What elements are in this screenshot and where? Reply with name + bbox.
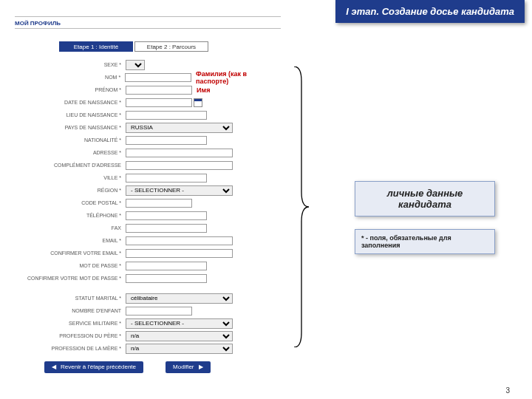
input-ville[interactable] bbox=[126, 174, 207, 183]
input-enfant[interactable] bbox=[126, 307, 192, 316]
back-button[interactable]: ◀ Revenir à l'étape précédente bbox=[44, 361, 143, 373]
label-ville: VILLE * bbox=[15, 175, 126, 180]
label-nom: NOM * bbox=[15, 75, 125, 80]
annotation-prenom: Имя bbox=[197, 86, 210, 94]
label-pere: PROFESSION DU PÈRE * bbox=[15, 333, 126, 338]
input-comp[interactable] bbox=[126, 161, 233, 170]
label-pays: PAYS DE NAISSANCE * bbox=[15, 125, 126, 130]
select-mil[interactable]: - SELECTIONNER - bbox=[126, 318, 233, 329]
input-email2[interactable] bbox=[126, 249, 233, 258]
profile-header: МОЙ ПРОФИЛЬ bbox=[15, 16, 281, 29]
annotation-nom: Фамилия (как в паспорте) bbox=[196, 70, 281, 85]
select-pays[interactable]: RUSSIA bbox=[126, 123, 233, 133]
select-pere[interactable]: n/a bbox=[126, 331, 233, 341]
stage-banner: I этап. Создание досье кандидата bbox=[335, 0, 525, 23]
callout-required-note: * - поля, обязательные для заполнения bbox=[355, 229, 495, 254]
label-region: RÉGION * bbox=[15, 188, 126, 193]
modify-button-label: Modifier bbox=[173, 361, 194, 373]
tab-step2[interactable]: Etape 2 : Parcours bbox=[134, 41, 208, 52]
label-dob: DATE DE NAISSANCE * bbox=[15, 100, 126, 105]
step-tabs: Etape 1 : Identité Etape 2 : Parcours bbox=[59, 41, 281, 52]
label-adresse: ADRESSE * bbox=[15, 150, 126, 155]
chevron-right-icon: ▶ bbox=[199, 361, 203, 373]
label-email: EMAIL * bbox=[15, 238, 126, 243]
page-number: 3 bbox=[505, 386, 510, 395]
label-pwd: MOT DE PASSE * bbox=[15, 263, 126, 268]
input-nom[interactable] bbox=[125, 73, 191, 82]
back-button-label: Revenir à l'étape précédente bbox=[61, 361, 136, 373]
input-adresse[interactable] bbox=[126, 149, 233, 157]
label-sexe: SEXE * bbox=[15, 62, 126, 67]
label-cp: CODE POSTAL * bbox=[15, 200, 126, 205]
label-email2: CONFIRMER VOTRE EMAIL * bbox=[15, 250, 126, 256]
label-marital: STATUT MARITAL * bbox=[15, 296, 126, 301]
input-lieu[interactable] bbox=[126, 111, 207, 120]
input-cp[interactable] bbox=[126, 199, 192, 208]
label-enfant: NOMBRE D'ENFANT bbox=[15, 308, 126, 313]
label-mil: SERVICE MILITAIRE * bbox=[15, 321, 126, 326]
label-tel: TÉLÉPHONE * bbox=[15, 213, 126, 218]
curly-brace bbox=[288, 66, 310, 347]
label-lieu: LIEU DE NAISSANCE * bbox=[15, 112, 126, 117]
label-mere: PROFESSION DE LA MÈRE * bbox=[15, 346, 126, 351]
label-comp: COMPLÉMENT D'ADRESSE bbox=[15, 163, 126, 168]
form-container: Etape 1 : Identité Etape 2 : Parcours SE… bbox=[15, 34, 281, 373]
select-sexe[interactable]: F bbox=[126, 60, 145, 70]
modify-button[interactable]: Modifier ▶ bbox=[166, 361, 210, 373]
button-bar: ◀ Revenir à l'étape précédente Modifier … bbox=[44, 361, 281, 373]
calendar-icon[interactable] bbox=[194, 98, 202, 107]
input-fax[interactable] bbox=[126, 224, 207, 233]
label-nat: NATIONALITÉ * bbox=[15, 137, 126, 143]
select-mere[interactable]: n/a bbox=[126, 344, 233, 354]
label-fax: FAX bbox=[15, 225, 126, 231]
profile-title: МОЙ ПРОФИЛЬ bbox=[15, 20, 61, 27]
input-pwd2[interactable] bbox=[126, 274, 207, 283]
input-nat[interactable] bbox=[126, 136, 207, 145]
input-prenom[interactable] bbox=[126, 86, 192, 95]
tab-step1[interactable]: Etape 1 : Identité bbox=[59, 41, 133, 52]
chevron-left-icon: ◀ bbox=[52, 361, 56, 373]
input-pwd[interactable] bbox=[126, 262, 207, 270]
select-region[interactable]: - SELECTIONNER - bbox=[126, 185, 233, 196]
select-marital[interactable]: célibataire bbox=[126, 293, 233, 304]
input-dob[interactable] bbox=[126, 98, 192, 107]
label-prenom: PRÉNOM * bbox=[15, 87, 126, 92]
input-email[interactable] bbox=[126, 236, 233, 245]
label-pwd2: CONFIRMER VOTRE MOT DE PASSE * bbox=[15, 276, 126, 281]
input-tel[interactable] bbox=[126, 211, 207, 220]
callout-personal-data: личные данные кандидата bbox=[355, 181, 495, 216]
